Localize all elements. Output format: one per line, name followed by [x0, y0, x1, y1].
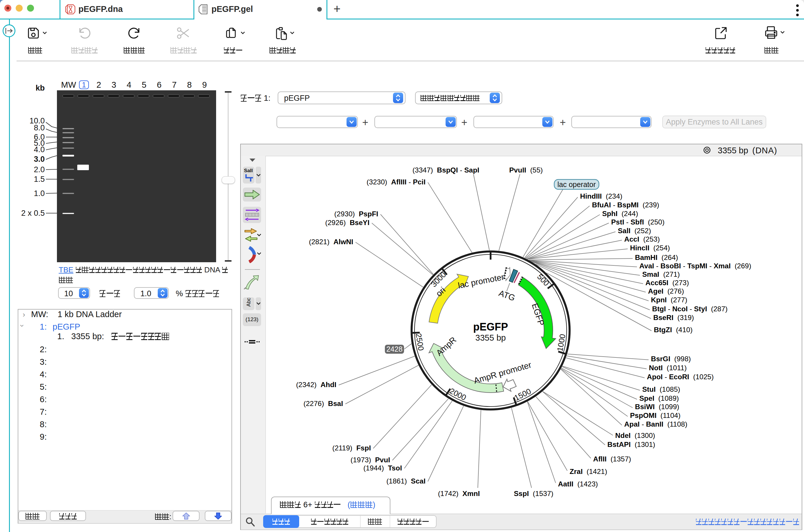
- svg-text:lac promoter: lac promoter: [457, 272, 505, 290]
- svg-text:SspI (1537): SspI (1537): [514, 490, 553, 497]
- svg-text:BsrGI (998): BsrGI (998): [651, 355, 691, 363]
- svg-text:BseRI (319): BseRI (319): [653, 314, 694, 321]
- svg-text:BsiWI (1099): BsiWI (1099): [635, 403, 679, 411]
- svg-text:KpnI (277): KpnI (277): [651, 296, 687, 304]
- svg-text:BfuAI - BspMI (239): BfuAI - BspMI (239): [592, 201, 659, 209]
- svg-text:(3347) BspQI - SapI: (3347) BspQI - SapI: [412, 166, 479, 174]
- svg-text:(1973) PvuI: (1973) PvuI: [351, 456, 390, 464]
- svg-text:2428: 2428: [386, 345, 403, 353]
- svg-text:PspOMI (1104): PspOMI (1104): [630, 412, 680, 419]
- svg-text:NdeI (1300): NdeI (1300): [615, 432, 655, 439]
- svg-text:(1742) XmnI: (1742) XmnI: [438, 490, 480, 497]
- svg-text:(2342) AhdI: (2342) AhdI: [296, 381, 336, 388]
- svg-text:PstI - SbfI (250): PstI - SbfI (250): [611, 218, 665, 226]
- svg-text:Acc65I (273): Acc65I (273): [646, 279, 689, 287]
- svg-text:(2119) FspI: (2119) FspI: [332, 444, 371, 452]
- svg-text:(2926) BseYI: (2926) BseYI: [325, 218, 370, 227]
- svg-text:NotI (1011): NotI (1011): [649, 364, 687, 372]
- svg-text:lac operator: lac operator: [557, 180, 596, 188]
- svg-text:(2821) AlwNI: (2821) AlwNI: [309, 238, 354, 246]
- svg-text:AmpR promoter: AmpR promoter: [472, 360, 532, 385]
- svg-text:HincII (254): HincII (254): [630, 244, 670, 252]
- svg-text:ATG: ATG: [498, 288, 517, 303]
- svg-text:SalI (252): SalI (252): [618, 227, 651, 235]
- svg-text:ApoI - EcoRI (1025): ApoI - EcoRI (1025): [647, 373, 714, 381]
- svg-text:HindIII (234): HindIII (234): [580, 192, 622, 200]
- svg-text:AccI (253): AccI (253): [624, 235, 660, 243]
- svg-text:1000: 1000: [556, 334, 567, 352]
- svg-text:AatII (1423): AatII (1423): [558, 480, 598, 488]
- svg-text:(1861) ScaI: (1861) ScaI: [386, 477, 426, 485]
- svg-text:SpeI (1089): SpeI (1089): [639, 394, 679, 402]
- svg-text:BamHI (264): BamHI (264): [635, 253, 678, 261]
- svg-text:BtgI - NcoI - StyI (287): BtgI - NcoI - StyI (287): [652, 305, 728, 313]
- svg-text:StuI (1085): StuI (1085): [642, 385, 680, 393]
- svg-text:SphI (244): SphI (244): [602, 210, 638, 217]
- svg-text:(2276) BsaI: (2276) BsaI: [303, 400, 343, 407]
- svg-text:2500: 2500: [414, 333, 425, 352]
- svg-text:BstAPI (1301): BstAPI (1301): [607, 440, 655, 449]
- svg-text:AgeI (276): AgeI (276): [648, 287, 684, 295]
- svg-text:(1944) TsoI: (1944) TsoI: [363, 464, 402, 472]
- svg-text:SmaI (271): SmaI (271): [642, 270, 680, 278]
- svg-text:3355 bp: 3355 bp: [475, 333, 506, 342]
- svg-text:500: 500: [536, 272, 551, 288]
- svg-text:pEGFP: pEGFP: [473, 321, 508, 333]
- svg-text:BtgZI (410): BtgZI (410): [654, 326, 692, 334]
- svg-text:ZraI (1421): ZraI (1421): [569, 468, 607, 475]
- svg-text:AvaI - BsoBI - TspMI - XmaI (: AvaI - BsoBI - TspMI - XmaI (269): [639, 262, 751, 270]
- svg-text:AflII (1357): AflII (1357): [593, 455, 631, 463]
- svg-text:(2930) PspFI: (2930) PspFI: [334, 210, 378, 218]
- svg-text:PvuII (55): PvuII (55): [509, 166, 543, 174]
- svg-text:(3230) AflIII - PciI: (3230) AflIII - PciI: [367, 178, 426, 186]
- svg-text:ApaI - BanII (1108): ApaI - BanII (1108): [624, 420, 687, 428]
